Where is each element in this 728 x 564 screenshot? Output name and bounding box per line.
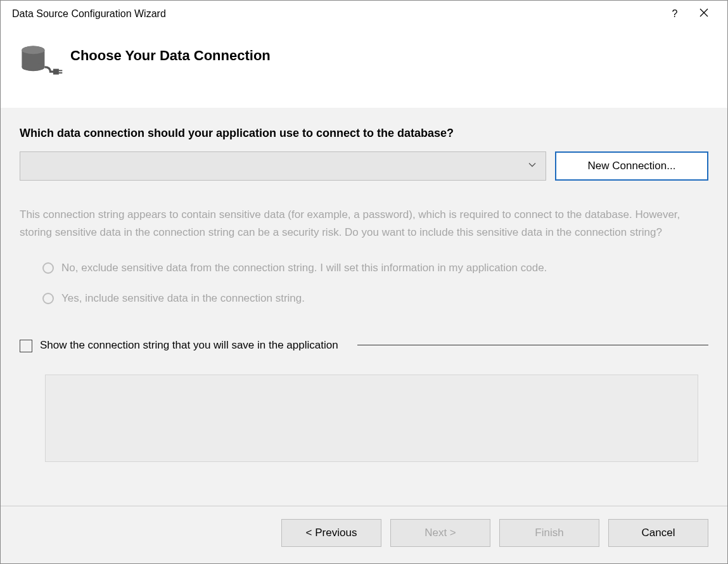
next-button[interactable]: Next > — [390, 519, 490, 547]
svg-rect-6 — [59, 72, 62, 74]
chevron-down-icon — [528, 161, 537, 172]
help-button[interactable]: ? — [660, 4, 689, 23]
cancel-button[interactable]: Cancel — [608, 519, 708, 547]
wizard-header: Choose Your Data Connection — [1, 27, 727, 108]
connection-row: New Connection... — [20, 151, 708, 181]
expander-label: Show the connection string that you will… — [40, 339, 338, 352]
titlebar: Data Source Configuration Wizard ? — [1, 1, 727, 27]
radio-icon — [42, 293, 54, 304]
wizard-footer: < Previous Next > Finish Cancel — [1, 506, 727, 563]
connection-string-textbox — [45, 375, 698, 462]
database-icon — [18, 44, 70, 80]
close-icon — [699, 8, 708, 20]
new-connection-button[interactable]: New Connection... — [555, 151, 708, 181]
sensitive-data-radio-group: No, exclude sensitive data from the conn… — [42, 260, 708, 321]
radio-include-label: Yes, include sensitive data in the conne… — [61, 291, 305, 306]
svg-rect-4 — [53, 69, 59, 75]
show-connection-string-expander[interactable]: Show the connection string that you will… — [20, 339, 708, 352]
radio-exclude-label: No, exclude sensitive data from the conn… — [61, 260, 547, 276]
svg-point-2 — [22, 63, 44, 72]
svg-point-3 — [22, 46, 44, 54]
radio-icon — [42, 262, 54, 274]
finish-button[interactable]: Finish — [499, 519, 599, 547]
radio-exclude-sensitive: No, exclude sensitive data from the conn… — [42, 260, 708, 276]
connection-dropdown[interactable] — [20, 151, 546, 181]
close-button[interactable] — [689, 4, 718, 23]
sensitive-data-explanation: This connection string appears to contai… — [20, 206, 708, 241]
svg-rect-5 — [59, 70, 62, 71]
radio-include-sensitive: Yes, include sensitive data in the conne… — [42, 291, 708, 306]
divider — [357, 345, 708, 345]
question-label: Which data connection should your applic… — [20, 127, 708, 140]
expander-checkbox-icon — [20, 340, 32, 352]
content-panel: Which data connection should your applic… — [1, 108, 727, 506]
window-title: Data Source Configuration Wizard — [12, 8, 166, 20]
previous-button[interactable]: < Previous — [281, 519, 381, 547]
page-title: Choose Your Data Connection — [70, 48, 271, 64]
